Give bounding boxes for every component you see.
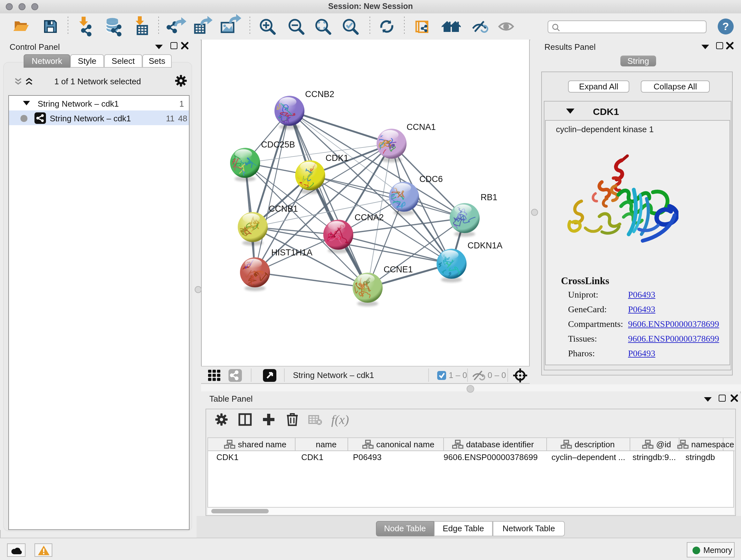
svg-text:f(x): f(x): [331, 413, 349, 427]
svg-text:RB1: RB1: [481, 192, 497, 202]
svg-text:CCNA2: CCNA2: [354, 212, 384, 222]
svg-text:canonical name: canonical name: [376, 440, 434, 449]
svg-text:CDC6: CDC6: [419, 174, 443, 184]
svg-text:CCNE1: CCNE1: [384, 265, 413, 274]
svg-text:cyclin–dependent ...: cyclin–dependent ...: [551, 452, 625, 462]
svg-text:CCNB2: CCNB2: [305, 89, 334, 99]
svg-text:CDK1: CDK1: [301, 452, 323, 462]
svg-text:CDC25B: CDC25B: [261, 140, 295, 149]
svg-text:stringdb:9...: stringdb:9...: [632, 452, 676, 462]
svg-text:CDK1: CDK1: [216, 452, 239, 462]
svg-text:CDKN1A: CDKN1A: [468, 241, 502, 250]
svg-text:stringdb: stringdb: [685, 452, 715, 462]
svg-text:?: ?: [723, 20, 729, 32]
svg-text:9606.ENSP00000378699: 9606.ENSP00000378699: [444, 452, 538, 462]
svg-text:CDK1: CDK1: [326, 153, 348, 163]
svg-text:namespace: namespace: [691, 440, 734, 449]
svg-text:CCNB1: CCNB1: [269, 204, 298, 213]
svg-text:CCNA1: CCNA1: [407, 122, 436, 132]
svg-text:name: name: [316, 440, 337, 449]
svg-text:description: description: [575, 440, 615, 449]
svg-text:HIST1H1A: HIST1H1A: [271, 248, 313, 257]
svg-text:@id: @id: [656, 440, 671, 449]
svg-text:database identifier: database identifier: [466, 440, 534, 449]
svg-text:P06493: P06493: [353, 452, 382, 462]
svg-text:shared name: shared name: [238, 440, 286, 449]
